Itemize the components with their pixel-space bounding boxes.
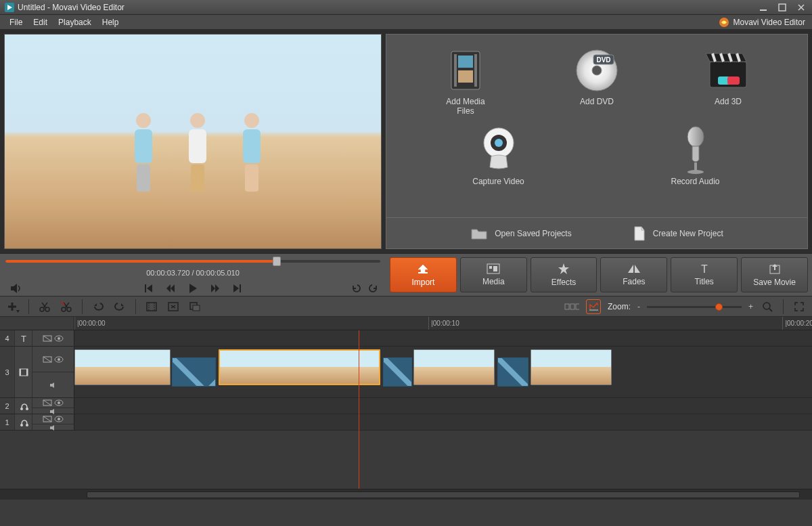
maximize-button[interactable]	[773, 1, 792, 14]
upper-area: Add MediaFiles DVD Add DVD Add 3D Captur…	[0, 30, 812, 253]
close-button[interactable]	[792, 1, 811, 14]
fullscreen-button[interactable]	[792, 299, 807, 314]
tile-label: Add 3D	[715, 97, 742, 106]
cut-button[interactable]	[59, 299, 74, 314]
preview-pane[interactable]	[4, 34, 382, 249]
menu-bar: File Edit Playback Help Movavi Video Edi…	[0, 15, 812, 30]
tab-titles[interactable]: TTitles	[671, 257, 738, 292]
volume-button[interactable]	[9, 283, 23, 294]
goto-start-button[interactable]	[144, 284, 154, 293]
tab-label: Effects	[551, 278, 576, 287]
tile-add-dvd[interactable]: DVD Add DVD	[539, 47, 654, 121]
preview-image	[5, 35, 381, 248]
open-saved-projects[interactable]: Open Saved Projects	[470, 227, 571, 240]
zoom-label: Zoom:	[608, 302, 631, 311]
svg-point-61	[20, 424, 23, 426]
redo-button[interactable]	[368, 283, 379, 294]
menu-help[interactable]: Help	[97, 16, 125, 28]
title-bar: Untitled - Movavi Video Editor	[0, 0, 812, 15]
svg-rect-40	[576, 304, 579, 309]
total-time: 00:00:05.010	[196, 269, 240, 277]
import-grid: Add MediaFiles DVD Add DVD Add 3D Captur…	[386, 35, 807, 217]
video-clip[interactable]: Summer.mp4 (0:00:05)	[219, 349, 381, 385]
menu-edit[interactable]: Edit	[28, 16, 53, 28]
tile-record-audio[interactable]: Record Audio	[638, 127, 753, 201]
tab-effects[interactable]: Effects	[531, 257, 597, 292]
view-timeline-button[interactable]	[586, 299, 601, 314]
tab-label: Fades	[623, 277, 645, 286]
track-type-icon	[15, 398, 32, 414]
transition-clip[interactable]	[172, 357, 216, 387]
step-back-button[interactable]	[166, 284, 175, 293]
track-lane[interactable]: 1.mp4 (0:00:03)Summer.mp4 (0:00:05)Swimm…	[74, 347, 812, 397]
create-new-project[interactable]: Create New Project	[633, 225, 723, 242]
folder-icon	[470, 227, 488, 240]
minimize-button[interactable]	[754, 1, 773, 14]
zoom-slider[interactable]	[647, 303, 742, 310]
track-mute-toggle[interactable]	[32, 424, 74, 431]
track-type-icon	[15, 347, 32, 397]
menu-file[interactable]: File	[4, 16, 28, 28]
playhead[interactable]	[359, 330, 359, 489]
window-title: Untitled - Movavi Video Editor	[18, 3, 754, 12]
tab-label: Import	[411, 278, 434, 287]
tile-add-3d[interactable]: Add 3D	[671, 47, 786, 121]
timecode: 00:00:03.720 / 00:00:05.010	[0, 269, 386, 281]
tab-media[interactable]: Media	[460, 257, 527, 292]
goto-end-button[interactable]	[232, 284, 242, 293]
app-icon	[4, 2, 15, 13]
svg-rect-2	[779, 4, 786, 11]
svg-point-65	[58, 418, 60, 420]
video-clip[interactable]: Water.jpg (0:00:...	[531, 349, 612, 385]
timeline-scrollbar[interactable]	[0, 489, 812, 500]
svg-rect-15	[727, 76, 740, 85]
track-row: 1	[0, 414, 812, 431]
svg-rect-26	[489, 266, 492, 269]
crop-button[interactable]	[144, 299, 159, 314]
track-hide-toggle[interactable]	[32, 398, 74, 408]
track-lane[interactable]	[74, 414, 812, 430]
add-track-button[interactable]	[5, 299, 20, 314]
new-doc-icon	[633, 225, 646, 242]
transition-clip[interactable]	[497, 357, 529, 387]
track-mute-toggle[interactable]	[32, 372, 74, 397]
tab-fades[interactable]: Fades	[600, 257, 667, 292]
tab-label: Save Movie	[753, 278, 796, 287]
timeline-ruler[interactable]: |00:00:00|00:00:10|00:00:20	[0, 317, 812, 330]
seek-thumb[interactable]	[273, 257, 281, 266]
transition-clip[interactable]	[383, 357, 413, 387]
track-hide-toggle[interactable]	[32, 330, 74, 346]
svg-rect-5	[454, 54, 457, 87]
clip-tools-button[interactable]	[166, 299, 181, 314]
redo-tl-button[interactable]	[112, 299, 127, 314]
tab-import[interactable]: Import	[390, 257, 457, 292]
svg-rect-7	[458, 56, 473, 68]
video-clip[interactable]: 1.mp4 (0:00:03)	[74, 349, 171, 385]
view-storyboard-button[interactable]	[564, 299, 579, 314]
track-lane[interactable]	[74, 330, 812, 346]
seek-bar[interactable]	[0, 254, 386, 269]
svg-rect-49	[26, 369, 28, 376]
tab-save-movie[interactable]: Save Movie	[741, 257, 808, 292]
tile-capture-video[interactable]: Capture Video	[441, 127, 556, 201]
import-icon	[416, 263, 430, 275]
tile-label: Record Audio	[671, 177, 719, 186]
track-lane[interactable]	[74, 398, 812, 414]
brand-text: Movavi Video Editor	[734, 18, 806, 27]
play-button[interactable]	[187, 283, 198, 294]
svg-point-60	[58, 401, 60, 404]
properties-button[interactable]	[187, 299, 202, 314]
tile-add-media[interactable]: Add MediaFiles	[408, 47, 523, 121]
menu-playback[interactable]: Playback	[53, 16, 97, 28]
import-footer: Open Saved Projects Create New Project	[386, 217, 807, 248]
split-button[interactable]	[37, 299, 52, 314]
track-hide-toggle[interactable]	[32, 347, 74, 372]
step-forward-button[interactable]	[210, 284, 220, 293]
undo-tl-button[interactable]	[91, 299, 106, 314]
zoom-fit-button[interactable]	[760, 299, 775, 314]
undo-button[interactable]	[351, 283, 361, 294]
track-hide-toggle[interactable]	[32, 414, 74, 424]
tab-label: Media	[482, 277, 505, 286]
svg-point-52	[58, 358, 60, 361]
video-clip[interactable]: Swimming.jpg (0:...	[413, 349, 495, 385]
